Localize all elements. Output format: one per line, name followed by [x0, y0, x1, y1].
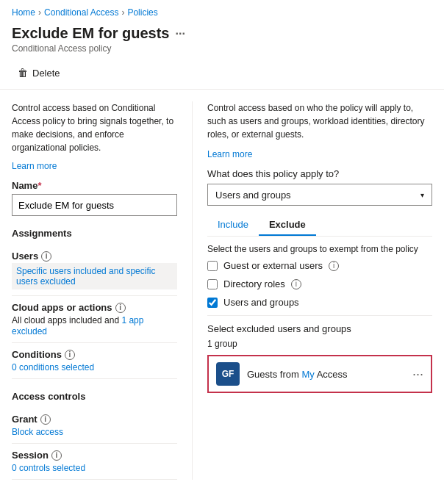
group-avatar: GF	[216, 362, 240, 386]
left-learn-more-link[interactable]: Learn more	[12, 161, 57, 171]
right-learn-more-link[interactable]: Learn more	[207, 149, 252, 159]
toolbar: 🗑 Delete	[0, 60, 444, 90]
checkbox-users-groups: Users and groups	[207, 297, 432, 308]
tab-include[interactable]: Include	[207, 215, 259, 236]
guest-users-info-icon[interactable]: i	[329, 261, 339, 271]
page-title-text: Exclude EM for guests	[12, 25, 170, 42]
breadcrumb-home[interactable]: Home	[12, 7, 35, 18]
tab-exclude[interactable]: Exclude	[259, 215, 316, 236]
right-description: Control access based on who the policy w…	[207, 101, 432, 141]
session-value[interactable]: 0 controls selected	[12, 463, 85, 473]
applies-to-dropdown[interactable]: Users and groups ▾	[207, 184, 432, 206]
grant-info-icon[interactable]: i	[40, 414, 51, 425]
conditions-assignment: Conditions i 0 conditions selected	[12, 343, 177, 379]
more-actions-icon[interactable]: ···	[176, 27, 185, 40]
group-count: 1 group	[207, 339, 432, 349]
users-value[interactable]: Specific users included and specific use…	[12, 263, 177, 289]
group-item[interactable]: GF Guests from My Access ···	[207, 355, 432, 393]
checkbox-guest-users: Guest or external users i	[207, 260, 432, 271]
guest-users-checkbox[interactable]	[207, 261, 218, 271]
group-more-icon[interactable]: ···	[412, 367, 423, 382]
delete-icon: 🗑	[18, 67, 28, 79]
name-input[interactable]	[12, 194, 177, 216]
breadcrumb: Home › Conditional Access › Policies	[0, 0, 444, 22]
users-info-icon[interactable]: i	[41, 251, 51, 262]
delete-button[interactable]: 🗑 Delete	[12, 64, 66, 82]
users-groups-checkbox[interactable]	[207, 298, 218, 308]
page-header: Exclude EM for guests ··· Conditional Ac…	[0, 22, 444, 60]
applies-to-label: What does this policy apply to?	[207, 168, 432, 179]
cloud-apps-info-icon[interactable]: i	[115, 303, 126, 313]
tabs: Include Exclude	[207, 215, 432, 237]
breadcrumb-conditional-access[interactable]: Conditional Access	[44, 7, 118, 18]
users-groups-label: Users and groups	[223, 297, 299, 308]
conditions-label: Conditions i	[12, 349, 177, 360]
breadcrumb-sep-1: ›	[38, 7, 41, 18]
directory-roles-info-icon[interactable]: i	[291, 279, 301, 289]
conditions-info-icon[interactable]: i	[65, 350, 75, 360]
cloud-apps-label: Cloud apps or actions i	[12, 302, 177, 313]
directory-roles-label: Directory roles	[223, 278, 285, 289]
grant-value[interactable]: Block access	[12, 427, 63, 437]
group-name: Guests from My Access	[247, 369, 405, 380]
right-panel: Control access based on who the policy w…	[192, 101, 432, 480]
excluded-label: Select excluded users and groups	[207, 323, 432, 334]
guest-users-label: Guest or external users	[223, 260, 323, 271]
divider	[207, 315, 432, 316]
group-name-after: Access	[315, 369, 348, 380]
name-field-label: Name*	[12, 180, 177, 191]
users-label: Users i	[12, 251, 177, 262]
users-assignment: Users i Specific users included and spec…	[12, 245, 177, 296]
group-name-before: Guests from	[247, 369, 301, 380]
page-subtitle: Conditional Access policy	[12, 43, 432, 54]
checkbox-directory-roles: Directory roles i	[207, 278, 432, 289]
session-assignment: Session i 0 controls selected	[12, 444, 177, 480]
grant-assignment: Grant i Block access	[12, 408, 177, 444]
main-content: Control access based on Conditional Acce…	[0, 90, 444, 492]
cloud-apps-value[interactable]: All cloud apps included and 1 app exclud…	[12, 315, 143, 336]
grant-label: Grant i	[12, 414, 177, 425]
left-panel: Control access based on Conditional Acce…	[12, 101, 192, 480]
breadcrumb-policies[interactable]: Policies	[127, 7, 157, 18]
group-name-highlight: My	[301, 369, 314, 380]
delete-label: Delete	[32, 68, 60, 79]
conditions-value[interactable]: 0 conditions selected	[12, 362, 94, 372]
session-label: Session i	[12, 450, 177, 461]
exclude-description: Select the users and groups to exempt fr…	[207, 244, 432, 254]
access-controls-heading: Access controls	[12, 391, 177, 402]
directory-roles-checkbox[interactable]	[207, 279, 218, 289]
session-info-icon[interactable]: i	[51, 450, 62, 461]
dropdown-value: Users and groups	[215, 190, 291, 201]
assignments-heading: Assignments	[12, 228, 177, 239]
page-title-row: Exclude EM for guests ···	[12, 25, 432, 42]
chevron-down-icon: ▾	[420, 191, 424, 199]
breadcrumb-sep-2: ›	[121, 7, 124, 18]
cloud-apps-assignment: Cloud apps or actions i All cloud apps i…	[12, 296, 177, 343]
left-description: Control access based on Conditional Acce…	[12, 101, 177, 154]
